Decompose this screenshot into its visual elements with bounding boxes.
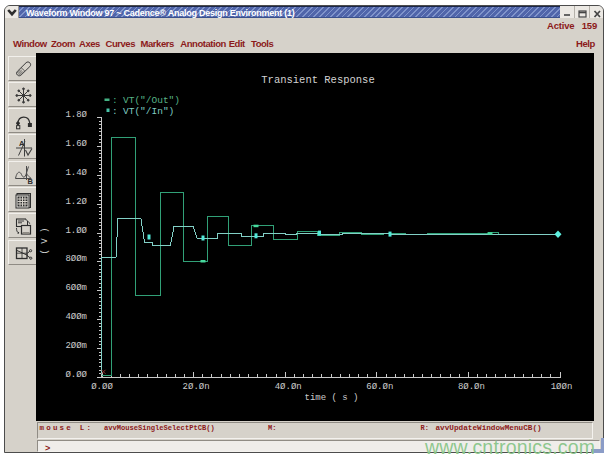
svg-text:VT("/Out"): VT("/Out") — [123, 95, 180, 106]
svg-text::: : — [112, 95, 118, 106]
svg-text:4Ø.Øn: 4Ø.Øn — [275, 382, 302, 392]
svg-text:( V ): ( V ) — [40, 227, 50, 254]
svg-text:Ø.ØØ: Ø.ØØ — [65, 370, 87, 380]
svg-text:1.4Ø: 1.4Ø — [65, 168, 87, 178]
svg-text::: : — [112, 106, 118, 117]
svg-text:1ØØn: 1ØØn — [551, 382, 573, 392]
svg-text:B: B — [28, 177, 34, 185]
svg-text:1.2Ø: 1.2Ø — [65, 197, 87, 207]
svg-text:2Ø.Øn: 2Ø.Øn — [183, 382, 210, 392]
svg-text:6ØØm: 6ØØm — [65, 283, 87, 293]
svg-text:4ØØm: 4ØØm — [65, 312, 87, 322]
svg-text:1.8Ø: 1.8Ø — [65, 110, 87, 120]
svg-text:8ØØm: 8ØØm — [65, 254, 87, 264]
svg-text:1.6Ø: 1.6Ø — [65, 139, 87, 149]
svg-text:8Ø.Øn: 8Ø.Øn — [458, 382, 485, 392]
svg-text:VT("/In"): VT("/In") — [123, 106, 174, 117]
svg-text:2ØØm: 2ØØm — [65, 341, 87, 351]
svg-text:1.ØØ: 1.ØØ — [65, 226, 87, 236]
svg-text:A: A — [19, 139, 25, 148]
svg-text:Transient Response: Transient Response — [261, 74, 374, 86]
svg-text:time ( s ): time ( s ) — [304, 393, 358, 403]
svg-text:6Ø.Øn: 6Ø.Øn — [366, 382, 393, 392]
svg-text:Ø.ØØ: Ø.ØØ — [91, 382, 113, 392]
